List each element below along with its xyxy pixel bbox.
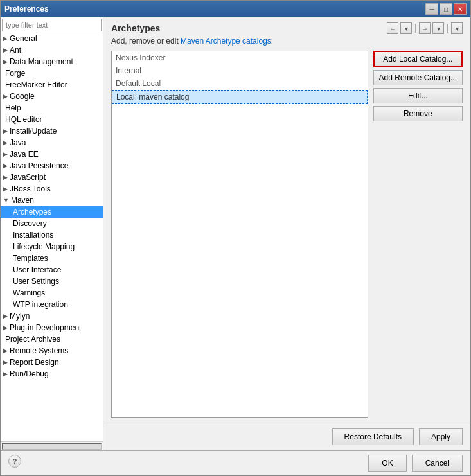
sidebar-item-label: FreeMarker Editor [5,80,67,89]
sidebar-item-freemarker-editor[interactable]: FreeMarker Editor [1,79,103,91]
tree-arrow-icon: ▶ [3,313,8,319]
preferences-window: Preferences ─ □ ✕ ▶General▶Ant▶Data Mana… [0,0,471,476]
remove-button[interactable]: Remove [373,106,463,121]
close-button[interactable]: ✕ [454,3,467,15]
sidebar-item-data-management[interactable]: ▶Data Management [1,56,103,67]
sidebar-item-label: Plug-in Development [10,323,81,332]
tree-arrow-icon: ▶ [3,163,8,169]
sidebar-item-label: Maven [11,196,34,205]
sidebar-item-discovery[interactable]: Discovery [1,218,103,229]
add-remote-catalog-button[interactable]: Add Remote Catalog... [373,70,463,85]
panel-title: Archetypes [111,23,160,33]
sidebar-item-label: Run/Debug [10,369,49,378]
sidebar-item-wtp-integration[interactable]: WTP integration [1,299,103,310]
desc-prefix: Add, remove or edit [111,37,181,46]
sidebar-item-google[interactable]: ▶Google [1,91,103,102]
sidebar-item-label: User Interface [13,265,61,274]
minimize-button[interactable]: ─ [425,3,438,15]
filter-input[interactable] [2,19,102,31]
sidebar-scrollbar-area [1,441,103,450]
sidebar-item-user-settings[interactable]: User Settings [1,276,103,287]
sidebar-item-help[interactable]: Help [1,102,103,114]
sidebar-item-templates[interactable]: Templates [1,252,103,264]
catalog-item-label: Local: maven catalog [116,93,189,101]
sidebar-item-label: WTP integration [13,300,68,309]
sidebar-item-mylyn[interactable]: ▶Mylyn [1,310,103,322]
sidebar-item-label: Report Design [10,358,59,367]
sidebar-item-label: Data Management [10,57,73,66]
sidebar-item-project-archives[interactable]: Project Archives [1,333,103,345]
sidebar-item-user-interface[interactable]: User Interface [1,264,103,276]
sidebar-item-label: Warnings [13,288,45,297]
sidebar-item-java-ee[interactable]: ▶Java EE [1,148,103,160]
tree-arrow-icon: ▶ [3,324,8,331]
sidebar-item-label: General [10,34,37,43]
apply-button[interactable]: Apply [419,428,463,445]
sidebar-item-label: User Settings [13,277,59,286]
help-button[interactable]: ? [8,455,21,468]
forward-dropdown-button[interactable]: ▾ [432,22,444,34]
sidebar-item-forge[interactable]: Forge [1,67,103,79]
panel-description: Add, remove or edit Maven Archetype cata… [111,37,463,46]
catalog-list-item[interactable]: Nexus Indexer [112,51,368,64]
sidebar-item-install-update[interactable]: ▶Install/Update [1,125,103,137]
edit-button[interactable]: Edit... [373,88,463,103]
panel-body: Add, remove or edit Maven Archetype cata… [103,37,470,423]
footer: ? OK Cancel [1,450,470,475]
sidebar-item-label: Discovery [13,219,47,228]
cancel-button[interactable]: Cancel [412,455,463,472]
panel-nav-icons: ← ▾ → ▾ ▾ [387,22,463,34]
sidebar-item-report-design[interactable]: ▶Report Design [1,357,103,368]
tree-arrow-icon: ▶ [3,139,8,146]
sidebar-item-label: Java Persistence [10,161,68,170]
main-content: ▶General▶Ant▶Data ManagementForgeFreeMar… [1,17,470,450]
sidebar-item-remote-systems[interactable]: ▶Remote Systems [1,345,103,357]
bottom-buttons: Restore Defaults Apply [103,423,470,450]
sidebar-item-jboss-tools[interactable]: ▶JBoss Tools [1,183,103,195]
sidebar-item-label: HQL editor [5,115,42,124]
sidebar-item-label: Forge [5,69,25,78]
sidebar-item-label: Lifecycle Mapping [13,242,75,251]
sidebar-item-archetypes[interactable]: Archetypes [1,206,103,218]
sidebar-item-general[interactable]: ▶General [1,33,103,44]
tree-arrow-icon: ▶ [3,35,8,42]
tree-arrow-icon: ▶ [3,359,8,366]
forward-button[interactable]: → [419,22,431,34]
sidebar-item-label: Java [10,138,26,147]
window-controls: ─ □ ✕ [425,3,467,15]
back-button[interactable]: ← [387,22,398,34]
sidebar-item-ant[interactable]: ▶Ant [1,44,103,56]
tree-area: ▶General▶Ant▶Data ManagementForgeFreeMar… [1,33,103,441]
archetype-catalogs-link[interactable]: Maven Archetype catalogs [181,37,271,46]
catalog-list-item[interactable]: Local: maven catalog [112,90,368,104]
sidebar-item-run-debug[interactable]: ▶Run/Debug [1,368,103,380]
sidebar-item-label: Java EE [10,150,39,159]
tree-arrow-icon: ▶ [3,93,8,100]
add-local-catalog-button[interactable]: Add Local Catalog... [373,51,463,67]
panel-header: Archetypes ← ▾ → ▾ ▾ [103,17,470,37]
back-dropdown-button[interactable]: ▾ [400,22,412,34]
sidebar-item-label: Google [10,92,35,101]
catalog-list-item[interactable]: Internal [112,64,368,77]
ok-button[interactable]: OK [368,455,406,472]
sidebar-item-label: JBoss Tools [10,184,51,193]
sidebar-item-plugin-development[interactable]: ▶Plug-in Development [1,322,103,333]
sidebar-item-javascript[interactable]: ▶JavaScript [1,172,103,183]
sidebar-item-java-persistence[interactable]: ▶Java Persistence [1,160,103,172]
sidebar-item-lifecycle-mapping[interactable]: Lifecycle Mapping [1,241,103,252]
sidebar-item-hql-editor[interactable]: HQL editor [1,114,103,125]
sidebar-item-java[interactable]: ▶Java [1,137,103,148]
window-title: Preferences [4,4,49,13]
sidebar-item-installations[interactable]: Installations [1,229,103,241]
nav-separator [415,24,416,33]
maximize-button[interactable]: □ [440,3,452,15]
sidebar-item-warnings[interactable]: Warnings [1,287,103,299]
restore-defaults-button[interactable]: Restore Defaults [332,428,414,445]
title-bar: Preferences ─ □ ✕ [1,1,470,17]
sidebar-item-label: Project Archives [5,335,60,344]
sidebar-item-label: Installations [13,231,53,240]
menu-button[interactable]: ▾ [451,22,463,34]
catalog-list-item[interactable]: Default Local [112,77,368,90]
sidebar-item-maven[interactable]: ▼Maven [1,195,103,206]
sidebar-horizontal-scrollbar[interactable] [2,443,102,450]
